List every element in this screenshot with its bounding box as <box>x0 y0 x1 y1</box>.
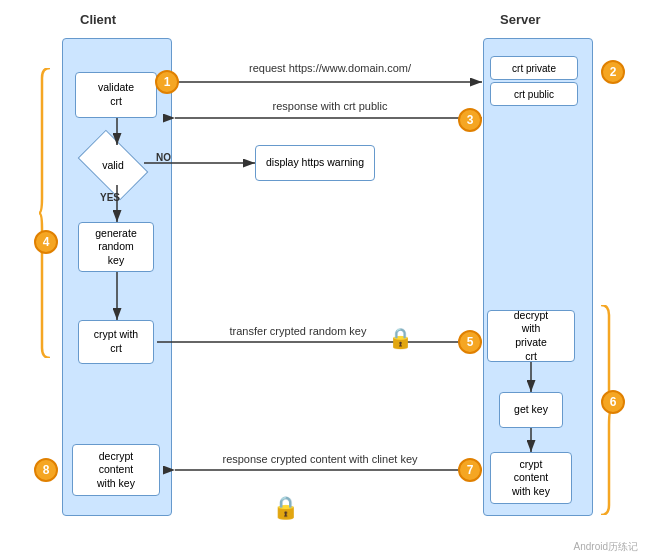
yes-label: YES <box>100 192 120 203</box>
badge-7: 7 <box>458 458 482 482</box>
badge-4: 4 <box>34 230 58 254</box>
badge-8: 8 <box>34 458 58 482</box>
crypt-content-box: cryptcontentwith key <box>490 452 572 504</box>
response-content-label: response crypted content with clinet key <box>185 453 455 465</box>
server-column <box>483 38 593 516</box>
get-key-box: get key <box>499 392 563 428</box>
badge-2: 2 <box>601 60 625 84</box>
crt-private-box: crt private <box>490 56 578 80</box>
decrypt-content-box: decryptcontentwith key <box>72 444 160 496</box>
response-crt-label: response with crt public <box>210 100 450 112</box>
watermark: Android历练记 <box>574 540 638 554</box>
lock-icon-2: 🔒 <box>272 495 299 521</box>
transfer-key-label: transfer crypted random key <box>178 325 418 337</box>
lock-icon-1: 🔒 <box>388 326 413 350</box>
badge-5: 5 <box>458 330 482 354</box>
request-label: request https://www.domain.com/ <box>195 62 465 74</box>
badge-6: 6 <box>601 390 625 414</box>
no-label: NO <box>156 152 171 163</box>
decrypt-private-box: decryptwithprivatecrt <box>487 310 575 362</box>
validate-crt-box: validatecrt <box>75 72 157 118</box>
crt-public-box: crt public <box>490 82 578 106</box>
badge-1: 1 <box>155 70 179 94</box>
diagram-container: Client Server validatecrt valid display … <box>0 0 648 560</box>
client-label: Client <box>80 12 116 27</box>
badge-3: 3 <box>458 108 482 132</box>
crypt-crt-box: crypt withcrt <box>78 320 154 364</box>
valid-diamond: valid <box>83 145 143 185</box>
generate-key-box: generaterandomkey <box>78 222 154 272</box>
server-label: Server <box>500 12 540 27</box>
brace-4 <box>38 68 54 360</box>
warning-box: display https warning <box>255 145 375 181</box>
